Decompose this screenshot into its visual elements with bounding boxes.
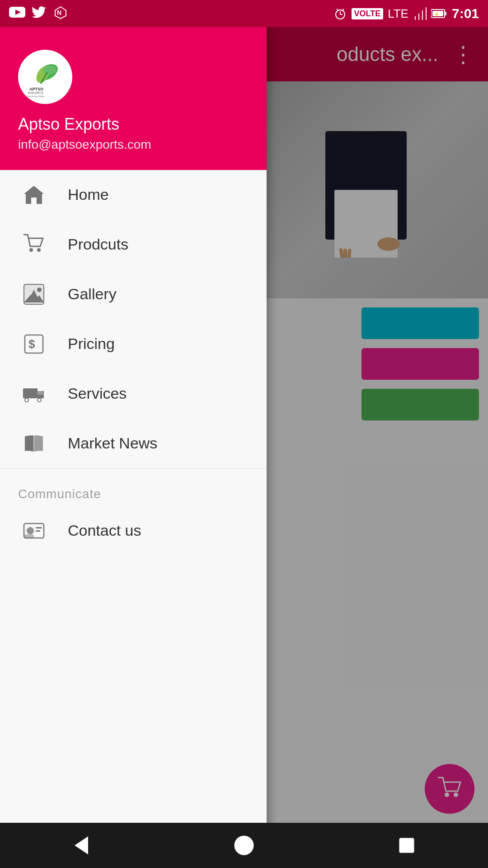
svg-rect-40 <box>23 388 38 398</box>
nav-item-pricing[interactable]: $ Pricing <box>0 319 267 369</box>
logo-image: APTSO EXPORTS Serving the Better <box>25 57 66 97</box>
twitter-icon <box>32 6 47 21</box>
svg-text:$: $ <box>28 337 35 351</box>
nav-item-home[interactable]: Home <box>0 170 267 220</box>
back-button[interactable] <box>63 827 99 863</box>
svg-point-36 <box>37 288 42 292</box>
svg-point-32 <box>37 248 41 252</box>
svg-point-52 <box>235 836 253 854</box>
svg-text:Serving the Better: Serving the Better <box>27 95 45 97</box>
drawer-nav-list: Home Prodcuts <box>0 170 267 868</box>
status-left-icons: N <box>9 6 68 22</box>
svg-rect-50 <box>36 530 40 532</box>
svg-text:N: N <box>57 9 61 16</box>
pricing-label: Pricing <box>68 335 115 353</box>
alarm-icon <box>333 7 347 20</box>
status-bar: N VOLTE LTE ⚡ 7:01 <box>0 0 488 27</box>
svg-line-7 <box>343 9 344 10</box>
svg-marker-8 <box>426 7 427 20</box>
android-nav-bar <box>0 823 488 868</box>
gallery-icon <box>18 278 50 310</box>
svg-point-42 <box>25 399 28 401</box>
communicate-header: Communicate <box>0 473 267 506</box>
cart-icon <box>18 229 50 260</box>
lte-text: LTE <box>388 7 408 21</box>
drawer-overlay[interactable] <box>267 27 488 868</box>
home-icon <box>18 179 50 211</box>
home-button[interactable] <box>226 827 262 863</box>
svg-rect-49 <box>36 527 42 528</box>
svg-marker-11 <box>415 16 416 20</box>
contact-us-label: Contact us <box>68 522 141 539</box>
drawer-header: APTSO EXPORTS Serving the Better Aptso E… <box>0 27 267 170</box>
section-divider <box>0 468 267 469</box>
services-icon <box>18 378 50 410</box>
pricing-icon: $ <box>18 328 50 360</box>
nav-item-products[interactable]: Prodcuts <box>0 220 267 269</box>
recents-button[interactable] <box>389 827 425 863</box>
svg-point-47 <box>27 527 34 534</box>
svg-rect-13 <box>445 12 446 15</box>
market-news-label: Market News <box>68 434 157 452</box>
svg-text:EXPORTS: EXPORTS <box>28 91 43 94</box>
home-label: Home <box>68 186 109 203</box>
svg-point-44 <box>38 399 41 401</box>
nav-item-contact-us[interactable]: Contact us <box>0 506 267 556</box>
nav-item-services[interactable]: Services <box>0 369 267 419</box>
contact-icon <box>18 515 50 547</box>
services-label: Services <box>68 385 127 402</box>
company-email: info@aptsoexports.com <box>18 137 151 152</box>
communicate-section: Communicate Contact us <box>0 473 267 556</box>
svg-point-31 <box>29 248 33 252</box>
battery-icon: ⚡ <box>431 8 447 19</box>
navigation-drawer: APTSO EXPORTS Serving the Better Aptso E… <box>0 27 267 868</box>
notification-icon: N <box>53 6 68 21</box>
svg-rect-48 <box>24 534 34 538</box>
svg-marker-10 <box>418 14 419 20</box>
status-time: 7:01 <box>452 6 479 21</box>
svg-rect-53 <box>400 839 413 852</box>
svg-line-6 <box>337 9 338 10</box>
nav-item-gallery[interactable]: Gallery <box>0 269 267 319</box>
products-label: Prodcuts <box>68 236 128 253</box>
nav-item-market-news[interactable]: Market News <box>0 419 267 468</box>
svg-marker-51 <box>75 836 88 854</box>
company-logo: APTSO EXPORTS Serving the Better <box>18 50 72 104</box>
youtube-icon <box>9 6 25 22</box>
svg-text:APTSO: APTSO <box>29 87 43 91</box>
company-name: Aptso Exports <box>18 115 119 134</box>
svg-marker-9 <box>422 10 423 20</box>
gallery-label: Gallery <box>68 285 117 303</box>
volte-badge: VOLTE <box>352 8 384 19</box>
market-news-icon <box>18 428 50 459</box>
signal-icon <box>413 7 427 20</box>
svg-text:⚡: ⚡ <box>434 11 440 17</box>
status-right-icons: VOLTE LTE ⚡ 7:01 <box>333 6 479 21</box>
